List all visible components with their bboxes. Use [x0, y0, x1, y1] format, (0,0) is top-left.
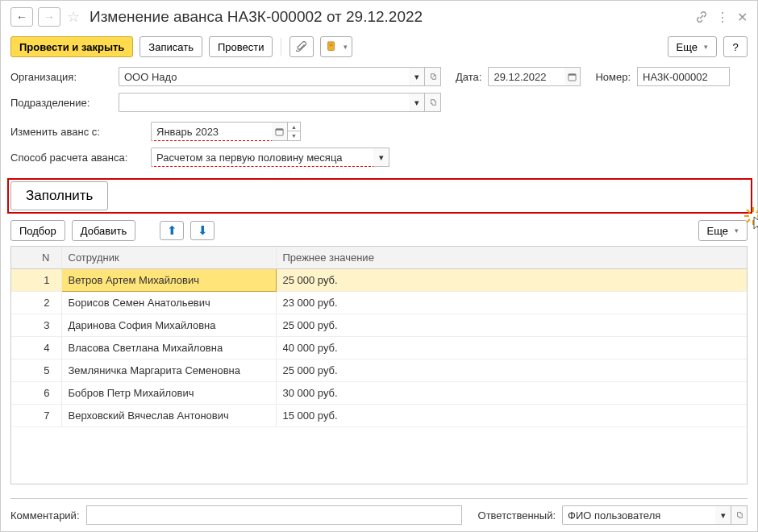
table-toolbar: Подбор Добавить ⬆ ⬇ Еще▾ [10, 215, 748, 246]
close-icon[interactable]: ✕ [737, 10, 748, 25]
responsible-input[interactable]: ФИО пользователя [562, 505, 715, 525]
department-label: Подразделение: [10, 97, 112, 109]
row-employee[interactable]: Борисов Семен Анатольевич [61, 292, 276, 314]
table-row[interactable]: 2Борисов Семен Анатольевич23 000 руб. [11, 292, 747, 314]
link-icon[interactable] [695, 10, 708, 23]
table-row[interactable]: 1Ветров Артем Михайлович25 000 руб. [11, 269, 747, 292]
cursor-icon [752, 215, 758, 233]
date-label: Дата: [456, 71, 481, 83]
arrow-down-icon: ⬇ [198, 223, 208, 238]
org-open-icon[interactable] [425, 67, 441, 86]
help-button[interactable]: ? [723, 36, 748, 57]
department-open-icon[interactable] [425, 93, 441, 112]
separator [281, 38, 281, 56]
calc-method-dropdown-icon[interactable]: ▾ [373, 148, 389, 167]
change-from-label: Изменить аванс с: [10, 126, 144, 138]
comment-label: Комментарий: [10, 509, 80, 522]
chevron-down-icon: ▾ [344, 43, 348, 51]
employees-table: N Сотрудник Прежнее значение 1Ветров Арт… [10, 246, 748, 484]
svg-rect-4 [568, 73, 576, 75]
attach-button[interactable] [289, 36, 314, 57]
row-previous-value: 25 000 руб. [276, 360, 747, 382]
svg-rect-2 [329, 45, 332, 46]
row-previous-value: 23 000 руб. [276, 292, 747, 314]
row-employee[interactable]: Верховский Вячеслав Антонович [61, 405, 276, 427]
fill-button-highlight: Заполнить [10, 175, 748, 215]
department-input[interactable] [119, 93, 409, 112]
department-dropdown-icon[interactable]: ▾ [409, 93, 425, 112]
row-employee[interactable]: Бобров Петр Михайлович [61, 382, 276, 405]
responsible-dropdown-icon[interactable]: ▾ [715, 505, 731, 525]
change-from-input[interactable]: Январь 2023 [151, 122, 272, 141]
submit-button[interactable]: Провести [209, 36, 273, 57]
svg-rect-6 [276, 128, 283, 130]
number-label: Номер: [595, 71, 631, 83]
comment-input[interactable] [86, 505, 462, 525]
org-input[interactable]: ООО Надо [119, 67, 409, 86]
more-vertical-icon[interactable]: ⋮ [716, 10, 729, 25]
row-employee[interactable]: Даринова София Михайловна [61, 314, 276, 337]
calc-method-label: Способ расчета аванса: [10, 152, 144, 164]
month-spinner[interactable]: ▲ ▼ [288, 122, 301, 141]
calendar-icon[interactable] [564, 67, 581, 86]
table-row[interactable]: 5Земляничка Маргарита Семеновна25 000 ру… [11, 360, 747, 382]
window-title: Изменение аванса НА3К-000002 от 29.12.20… [90, 8, 690, 26]
row-previous-value: 25 000 руб. [276, 269, 747, 292]
save-button[interactable]: Записать [140, 36, 202, 57]
row-number: 2 [11, 292, 61, 314]
svg-rect-1 [329, 44, 332, 45]
add-button[interactable]: Добавить [72, 220, 135, 241]
calc-method-input[interactable]: Расчетом за первую половину месяца [151, 148, 373, 167]
responsible-open-icon[interactable] [731, 505, 748, 525]
calendar-icon[interactable] [272, 122, 288, 141]
chevron-down-icon: ▾ [704, 43, 708, 51]
row-previous-value: 15 000 руб. [276, 405, 747, 427]
print-button[interactable]: ▾ [320, 36, 352, 57]
row-number: 5 [11, 360, 61, 382]
favorite-star-icon[interactable]: ☆ [67, 8, 80, 26]
row-previous-value: 30 000 руб. [276, 382, 747, 405]
row-number: 4 [11, 337, 61, 360]
row-number: 6 [11, 382, 61, 405]
col-header-previous-value[interactable]: Прежнее значение [276, 247, 747, 269]
table-row[interactable]: 6Бобров Петр Михайлович30 000 руб. [11, 382, 747, 405]
header-form: Организация: ООО Надо ▾ Дата: 29.12.2022… [10, 65, 748, 175]
row-number: 1 [11, 269, 61, 292]
back-button[interactable]: ← [10, 7, 33, 27]
col-header-employee[interactable]: Сотрудник [61, 247, 276, 269]
footer-bar: Комментарий: Ответственный: ФИО пользова… [10, 498, 748, 525]
arrow-up-icon: ⬆ [167, 223, 177, 238]
number-input[interactable]: НА3К-000002 [637, 67, 730, 86]
svg-line-11 [747, 210, 750, 213]
more-menu-button[interactable]: Еще▾ [668, 36, 717, 57]
table-row[interactable]: 3Даринова София Михайловна25 000 руб. [11, 314, 747, 337]
submit-and-close-button[interactable]: Провести и закрыть [10, 36, 133, 57]
titlebar: ← → ☆ Изменение аванса НА3К-000002 от 29… [10, 7, 748, 31]
row-number: 7 [11, 405, 61, 427]
spinner-up-icon[interactable]: ▲ [288, 123, 300, 131]
row-employee[interactable]: Земляничка Маргарита Семеновна [61, 360, 276, 382]
chevron-down-icon: ▾ [735, 227, 739, 235]
row-number: 3 [11, 314, 61, 337]
move-down-button[interactable]: ⬇ [190, 221, 214, 240]
table-row[interactable]: 4Власова Светлана Михайловна40 000 руб. [11, 337, 747, 360]
move-up-button[interactable]: ⬆ [160, 221, 184, 240]
col-header-number[interactable]: N [11, 247, 61, 269]
table-more-button[interactable]: Еще▾ [698, 220, 748, 241]
spinner-down-icon[interactable]: ▼ [288, 131, 300, 140]
responsible-label: Ответственный: [478, 509, 556, 522]
row-employee[interactable]: Власова Светлана Михайловна [61, 337, 276, 360]
document-icon [326, 41, 337, 52]
paperclip-icon [296, 41, 307, 52]
row-previous-value: 40 000 руб. [276, 337, 747, 360]
org-dropdown-icon[interactable]: ▾ [409, 67, 425, 86]
fill-button[interactable]: Заполнить [10, 181, 108, 210]
document-window: ← → ☆ Изменение аванса НА3К-000002 от 29… [0, 0, 758, 532]
row-employee[interactable]: Ветров Артем Михайлович [61, 269, 276, 292]
org-label: Организация: [10, 71, 112, 83]
pick-button[interactable]: Подбор [10, 220, 65, 241]
forward-button[interactable]: → [38, 7, 60, 27]
date-input[interactable]: 29.12.2022 [488, 67, 564, 86]
main-toolbar: Провести и закрыть Записать Провести ▾ Е… [10, 31, 748, 65]
table-row[interactable]: 7Верховский Вячеслав Антонович15 000 руб… [11, 405, 747, 427]
